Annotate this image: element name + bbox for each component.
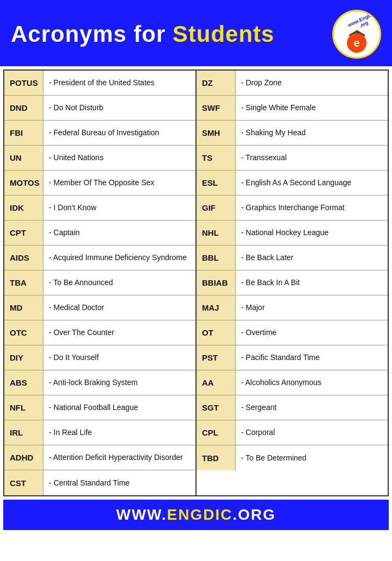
acronym-cell: OT: [197, 320, 236, 345]
meaning-cell: - Shaking My Head: [236, 121, 388, 145]
table-row: AIDS- Acquired Immune Deficiency Syndrom…: [4, 245, 195, 270]
meaning-cell: - Over The Counter: [43, 320, 195, 345]
acronym-cell: DZ: [197, 71, 236, 95]
meaning-cell: - Drop Zone: [236, 71, 388, 95]
left-column: POTUS- President of the United StatesDND…: [4, 71, 197, 495]
footer-part1: WWW.: [116, 506, 167, 523]
table-row: ABS- Anti-lock Braking System: [4, 370, 195, 395]
acronym-cell: ADHD: [4, 445, 43, 470]
acronym-cell: OTC: [4, 320, 43, 345]
meaning-cell: - National Hockey League: [236, 220, 388, 245]
meaning-cell: - To Be Determined: [236, 445, 388, 470]
table-row: TS- Transsexual: [197, 146, 388, 171]
meaning-cell: - Be Back Later: [236, 245, 388, 270]
meaning-cell: - Transsexual: [236, 146, 388, 170]
acronym-cell: FBI: [4, 121, 43, 145]
title-part1: Acronyms for: [11, 21, 173, 47]
table-row: OTC- Over The Counter: [4, 320, 195, 345]
table-row: MD- Medical Doctor: [4, 295, 195, 320]
footer-part3: .ORG: [232, 506, 276, 523]
acronym-cell: POTUS: [4, 71, 43, 95]
meaning-cell: - English As A Second Language: [236, 171, 388, 195]
meaning-cell: - Federal Bureau of Investigation: [43, 121, 195, 145]
acronym-cell: MD: [4, 295, 43, 320]
table-row: POTUS- President of the United States: [4, 71, 195, 96]
table-row: SWF- Single White Female: [197, 96, 388, 121]
footer: WWW.ENGDIC.ORG: [3, 500, 389, 530]
meaning-cell: - President of the United States: [43, 71, 195, 95]
table-row: ADHD- Attention Deficit Hyperactivity Di…: [4, 445, 195, 470]
meaning-cell: - Sergeant: [236, 395, 388, 420]
acronym-cell: UN: [4, 146, 43, 170]
footer-text: WWW.ENGDIC.ORG: [10, 506, 382, 524]
meaning-cell: - To Be Announced: [43, 270, 195, 295]
table-row: MOTOS- Member Of The Opposite Sex: [4, 171, 195, 196]
acronym-cell: IRL: [4, 420, 43, 445]
acronym-cell: BBIAB: [197, 270, 236, 295]
content-area: POTUS- President of the United StatesDND…: [3, 70, 389, 496]
acronym-cell: MAJ: [197, 295, 236, 320]
table-row: IRL- In Real Life: [4, 420, 195, 445]
acronym-cell: DND: [4, 96, 43, 120]
meaning-cell: - Do Not Disturb: [43, 96, 195, 120]
table-row: BBIAB- Be Back In A Bit: [197, 270, 388, 295]
table-row: AA- Alcoholics Anonymous: [197, 370, 388, 395]
logo: www.EngDic.org 🎓 e: [332, 10, 381, 59]
table-row: CST- Central Standard Time: [4, 470, 195, 495]
table-row: SMH- Shaking My Head: [197, 121, 388, 146]
header: Acronyms for Students www.EngDic.org 🎓 e: [0, 0, 392, 66]
meaning-cell: - I Don't Know: [43, 196, 195, 220]
acronym-cell: CPT: [4, 220, 43, 245]
table-row: DZ- Drop Zone: [197, 71, 388, 96]
table-row: FBI- Federal Bureau of Investigation: [4, 121, 195, 146]
table-row: UN- United Nations: [4, 146, 195, 171]
acronym-cell: NHL: [197, 220, 236, 245]
acronym-cell: NFL: [4, 395, 43, 420]
acronym-cell: ESL: [197, 171, 236, 195]
table-row: IDK- I Don't Know: [4, 196, 195, 220]
acronym-cell: SGT: [197, 395, 236, 420]
table-row: CPL- Corporal: [197, 420, 388, 445]
acronym-cell: IDK: [4, 196, 43, 220]
meaning-cell: - Overtime: [236, 320, 388, 345]
meaning-cell: - Captain: [43, 220, 195, 245]
acronym-cell: SWF: [197, 96, 236, 120]
acronym-cell: CST: [4, 470, 43, 495]
logo-e-badge: e: [347, 33, 366, 53]
right-column: DZ- Drop ZoneSWF- Single White FemaleSMH…: [197, 71, 388, 495]
table-row: TBA- To Be Announced: [4, 270, 195, 295]
table-row: DND- Do Not Disturb: [4, 96, 195, 121]
acronym-cell: SMH: [197, 121, 236, 145]
meaning-cell: - In Real Life: [43, 420, 195, 445]
meaning-cell: - Major: [236, 295, 388, 320]
meaning-cell: - Alcoholics Anonymous: [236, 370, 388, 395]
meaning-cell: - Attention Deficit Hyperactivity Disord…: [43, 445, 195, 470]
acronym-cell: ABS: [4, 370, 43, 395]
meaning-cell: - Member Of The Opposite Sex: [43, 171, 195, 195]
meaning-cell: - Do It Yourself: [43, 345, 195, 370]
table-row: NHL- National Hockey League: [197, 220, 388, 245]
table-row: GIF- Graphics Interchange Format: [197, 196, 388, 220]
meaning-cell: - Single White Female: [236, 96, 388, 120]
meaning-cell: - Be Back In A Bit: [236, 270, 388, 295]
acronym-cell: GIF: [197, 196, 236, 220]
meaning-cell: - Pacific Standard Time: [236, 345, 388, 370]
acronym-cell: CPL: [197, 420, 236, 445]
table-row: CPT- Captain: [4, 220, 195, 245]
meaning-cell: - Central Standard Time: [43, 470, 195, 495]
acronym-cell: TBD: [197, 445, 236, 470]
acronym-cell: DIY: [4, 345, 43, 370]
table-row: DIY- Do It Yourself: [4, 345, 195, 370]
acronym-cell: AA: [197, 370, 236, 395]
acronym-cell: TS: [197, 146, 236, 170]
meaning-cell: - Medical Doctor: [43, 295, 195, 320]
meaning-cell: - Acquired Immune Deficiency Syndrome: [43, 245, 195, 270]
meaning-cell: - United Nations: [43, 146, 195, 170]
meaning-cell: - Anti-lock Braking System: [43, 370, 195, 395]
acronym-cell: AIDS: [4, 245, 43, 270]
acronym-cell: BBL: [197, 245, 236, 270]
table-row: TBD- To Be Determined: [197, 445, 388, 470]
acronym-cell: MOTOS: [4, 171, 43, 195]
table-row: SGT- Sergeant: [197, 395, 388, 420]
table-row: MAJ- Major: [197, 295, 388, 320]
